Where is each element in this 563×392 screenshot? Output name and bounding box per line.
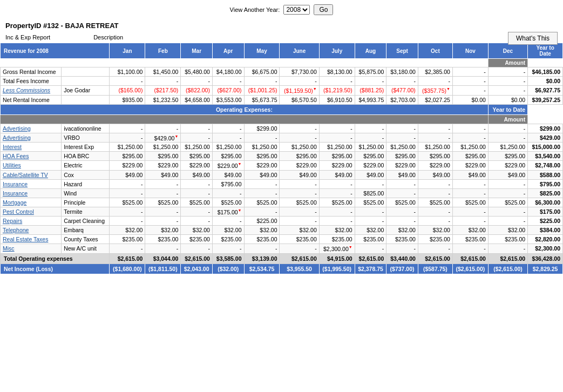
table-cell[interactable]: Utilities xyxy=(1,161,62,171)
month-cell: - xyxy=(488,244,527,254)
year-select[interactable]: 2008 2007 2009 xyxy=(283,5,310,15)
month-cell: - xyxy=(319,124,355,133)
month-cell: - xyxy=(418,179,452,188)
month-cell: $3,553.00 xyxy=(212,95,244,104)
month-cell: $229.00 xyxy=(319,161,355,171)
table-cell: HOA BRC xyxy=(62,152,110,161)
table-cell[interactable]: Real Estate Taxes xyxy=(1,235,62,244)
month-cell: $0.00 xyxy=(452,95,488,104)
amount-subheader: Amount xyxy=(488,59,527,67)
table-cell: Embarq xyxy=(62,226,110,235)
year-label: View Another Year: xyxy=(230,6,280,13)
table-cell: Wind xyxy=(62,188,110,198)
month-cell: ($1,219.50) xyxy=(319,86,355,96)
total-label: Total Operating expenses xyxy=(1,253,110,263)
whats-this-button[interactable]: What's This xyxy=(508,32,558,45)
month-cell: $1,250.00 xyxy=(488,143,527,152)
table-cell[interactable]: Cable/Satellite TV xyxy=(1,170,62,179)
month-cell: - xyxy=(319,217,355,226)
month-cell: $229.00 xyxy=(244,161,280,171)
month-cell: $32.00 xyxy=(181,226,213,235)
month-cell: - xyxy=(452,133,488,143)
month-cell: $49.00 xyxy=(355,170,386,179)
month-cell: $229.00 xyxy=(145,161,181,171)
net-income-cell: ($737.00) xyxy=(386,263,418,274)
month-cell: $32.00 xyxy=(110,226,145,235)
table-cell[interactable]: Advertising xyxy=(1,124,62,133)
table-cell[interactable]: Repairs xyxy=(1,217,62,226)
month-cell: $295.00 xyxy=(452,152,488,161)
table-cell[interactable]: Advertising xyxy=(1,133,62,143)
table-cell: New A/C unit xyxy=(62,244,110,254)
go-button[interactable]: Go xyxy=(314,4,333,15)
month-cell: - xyxy=(386,133,418,143)
month-cell: $235.00 xyxy=(452,235,488,244)
month-cell: - xyxy=(244,244,280,254)
month-cell: $5,673.75 xyxy=(244,95,280,104)
table-cell[interactable]: Misc xyxy=(1,244,62,254)
month-cell: - xyxy=(452,67,488,77)
table-cell[interactable]: Insurance xyxy=(1,188,62,198)
month-cell: - xyxy=(386,77,418,86)
net-income-cell: $2,829.25 xyxy=(528,263,563,274)
total-cell: $3,044.00 xyxy=(145,253,181,263)
month-cell: - xyxy=(212,217,244,226)
net-income-cell: ($1,995.50) xyxy=(319,263,355,274)
month-cell: $1,250.00 xyxy=(280,143,319,152)
month-cell: $6,675.00 xyxy=(244,67,280,77)
month-cell: $49.00 xyxy=(319,170,355,179)
month-cell: - xyxy=(244,77,280,86)
month-cell: - xyxy=(181,77,213,86)
expense-row: TelephoneEmbarq$32.00$32.00$32.00$32.00$… xyxy=(1,226,563,235)
month-cell: - xyxy=(319,133,355,143)
month-cell: $235.00 xyxy=(110,235,145,244)
opex-amount-label: Amount xyxy=(488,114,527,124)
expense-row: Cable/Satellite TVCox$49.00$49.00$49.00$… xyxy=(1,170,563,179)
month-cell: - xyxy=(110,179,145,188)
table-cell[interactable]: HOA Fees xyxy=(1,152,62,161)
month-cell: ($881.25) xyxy=(355,86,386,96)
month-cell: $4,180.00 xyxy=(212,67,244,77)
may-header: May xyxy=(244,43,280,59)
table-cell[interactable]: Less Commissions xyxy=(1,86,62,96)
table-cell[interactable]: Interest xyxy=(1,143,62,152)
month-cell: $32.00 xyxy=(319,226,355,235)
table-cell[interactable]: Telephone xyxy=(1,226,62,235)
month-cell: $225.00 xyxy=(244,217,280,226)
month-cell: $235.00 xyxy=(212,235,244,244)
month-cell: $525.00 xyxy=(280,198,319,207)
revenue-row: Total Fees Income------------$0.00 xyxy=(1,77,563,86)
month-cell: $1,250.00 xyxy=(319,143,355,152)
expense-row: InsuranceWind-------$825.00----$825.00 xyxy=(1,188,563,198)
net-income-cell: ($1,680.00) xyxy=(110,263,145,274)
month-cell: $49.00 xyxy=(280,170,319,179)
month-cell: - xyxy=(418,217,452,226)
month-cell: - xyxy=(452,86,488,96)
month-cell: $229.00 xyxy=(488,161,527,171)
month-cell: - xyxy=(181,207,213,217)
month-cell: $299.00 xyxy=(244,124,280,133)
table-cell[interactable]: Pest Control xyxy=(1,207,62,217)
table-cell: $39,257.25 xyxy=(528,95,563,104)
month-cell: - xyxy=(145,77,181,86)
month-cell: - xyxy=(110,188,145,198)
month-cell: - xyxy=(452,217,488,226)
month-cell: - xyxy=(110,133,145,143)
net-income-cell: ($32.00) xyxy=(212,263,244,274)
table-cell[interactable]: Mortgage xyxy=(1,198,62,207)
month-cell: $32.00 xyxy=(488,226,527,235)
july-header: July xyxy=(319,43,355,59)
month-cell: - xyxy=(488,124,527,133)
property-title: PropertyID #132 - BAJA RETREAT xyxy=(0,19,563,32)
month-cell: $3,180.00 xyxy=(386,67,418,77)
month-cell: - xyxy=(319,77,355,86)
expense-row: UtilitiesElectric$229.00$229.00$229.00$2… xyxy=(1,161,563,171)
table-cell xyxy=(62,67,110,77)
total-cell: $2,615.00 xyxy=(488,253,527,263)
month-cell: $32.00 xyxy=(386,226,418,235)
month-cell: ($627.00) xyxy=(212,86,244,96)
total-cell: $3,440.00 xyxy=(386,253,418,263)
table-cell[interactable]: Insurance xyxy=(1,179,62,188)
month-cell: $235.00 xyxy=(244,235,280,244)
table-cell: $175.00 xyxy=(528,207,563,217)
